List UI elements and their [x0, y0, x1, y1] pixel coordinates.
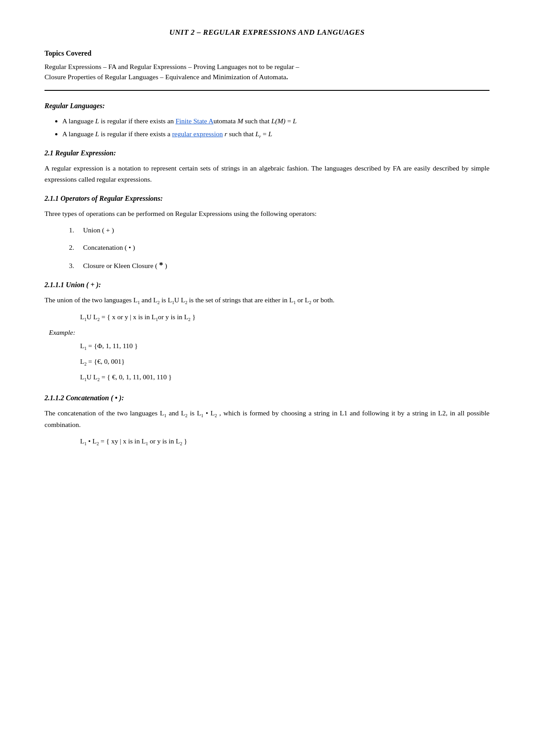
- example-l1: L1 = {Φ, 1, 11, 110 }: [80, 341, 490, 352]
- section-21-heading: 2.1 Regular Expression:: [44, 148, 490, 159]
- topics-text: Regular Expressions – FA and Regular Exp…: [44, 61, 490, 82]
- example-l2: L2 = {€, 0, 001}: [80, 356, 490, 367]
- section-2112-heading: 2.1.1.2 Concatenation ( • ):: [44, 393, 490, 403]
- page-title: UNIT 2 – REGULAR EXPRESSIONS AND LANGUAG…: [44, 27, 490, 38]
- star-symbol: *: [159, 261, 163, 270]
- operator-union: 1. Union ( + ): [69, 225, 490, 235]
- operator-closure: 3. Closure or Kleen Closure ( * ): [69, 260, 490, 272]
- operator-num-1: 1.: [69, 225, 78, 235]
- section-2111-heading: 2.1.1.1 Union ( + ):: [44, 280, 490, 290]
- topics-covered-label: Topics Covered: [44, 48, 490, 59]
- operators-list: 1. Union ( + ) 2. Concatenation ( • ) 3.…: [69, 225, 490, 272]
- regular-languages-heading: Regular Languages:: [44, 101, 490, 111]
- section-divider: [44, 90, 490, 91]
- example-union-result: L1U L2 = { €, 0, 1, 11, 001, 110 }: [80, 372, 490, 383]
- topics-text-line2: Closure Properties of Regular Languages …: [44, 73, 288, 81]
- regular-languages-list: A language L is regular if there exists …: [62, 116, 490, 140]
- union-formula: L1U L2 = { x or y | x is in L1or y is in…: [80, 312, 490, 323]
- concatenation-formula: L1 • L2 = { xy | x is in L1 or y is in L…: [80, 436, 490, 447]
- section-211-heading: 2.1.1 Operators of Regular Expressions:: [44, 193, 490, 204]
- regular-expression-link[interactable]: regular expression: [172, 130, 223, 138]
- topics-text-line1: Regular Expressions – FA and Regular Exp…: [44, 63, 299, 70]
- operator-num-3: 3.: [69, 260, 78, 271]
- example-label-1: Example:: [49, 327, 490, 337]
- operator-num-2: 2.: [69, 242, 78, 252]
- finite-state-link[interactable]: Finite State A: [175, 117, 213, 125]
- section-21-body: A regular expression is a notation to re…: [44, 163, 490, 185]
- bullet-item-2: A language L is regular if there exists …: [62, 129, 490, 140]
- section-211-body: Three types of operations can be perform…: [44, 208, 490, 219]
- operator-concatenation: 2. Concatenation ( • ): [69, 242, 490, 252]
- section-2111-body: The union of the two languages L1 and L2…: [44, 295, 490, 306]
- section-2112-body: The concatenation of the two languages L…: [44, 408, 490, 431]
- bullet-item-1: A language L is regular if there exists …: [62, 116, 490, 126]
